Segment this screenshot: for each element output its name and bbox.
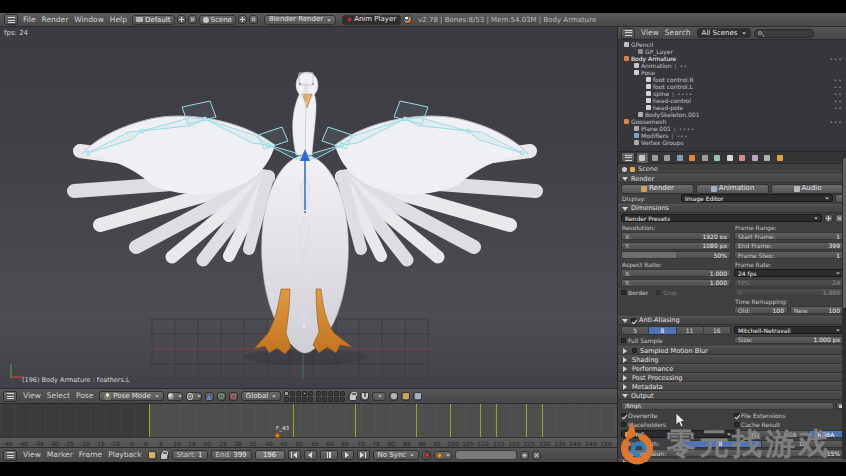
end-frame-field[interactable]: End Frame: 399: [734, 242, 844, 250]
menu-item[interactable]: Playback: [105, 449, 144, 461]
editor-type-button[interactable]: [621, 152, 635, 163]
jump-to-start-button[interactable]: [288, 450, 301, 460]
editor-type-button[interactable]: [3, 450, 17, 461]
layer-cell[interactable]: [302, 397, 307, 402]
display-dropdown[interactable]: Image Editor: [681, 194, 833, 202]
render-opengl-image-button[interactable]: [401, 392, 410, 401]
manipulator-translate-button[interactable]: [205, 392, 214, 401]
delete-keyframe-button[interactable]: [532, 451, 541, 460]
lock-to-scene-button[interactable]: [348, 392, 357, 401]
outliner-item[interactable]: Pose: [618, 69, 846, 76]
menu-item[interactable]: Help: [107, 14, 130, 26]
layer-cell[interactable]: [284, 391, 289, 396]
full-sample-checkbox[interactable]: [621, 338, 626, 343]
layer-cell[interactable]: [296, 397, 301, 402]
render-button[interactable]: Render: [621, 184, 694, 194]
render-audio-button[interactable]: Audio: [771, 184, 844, 194]
layer-cell[interactable]: [308, 397, 313, 402]
add-preset-button[interactable]: [824, 214, 833, 223]
collapsed-panel-header[interactable]: Performance: [618, 364, 846, 373]
aspect-x-field[interactable]: X: 1.000: [621, 269, 731, 277]
border-checkbox[interactable]: [621, 290, 626, 295]
active-keying-set-field[interactable]: [455, 450, 517, 460]
layer-cell[interactable]: [328, 391, 333, 396]
menu-item[interactable]: Marker: [44, 449, 76, 461]
menu-item[interactable]: Render: [39, 14, 72, 26]
outliner-item[interactable]: spine | •••• ••: [618, 90, 846, 97]
layer-cell[interactable]: [290, 391, 295, 396]
scrollbar-thumb[interactable]: [843, 158, 846, 308]
frame-step-field[interactable]: Frame Step: 1: [734, 251, 844, 259]
viewport-shading-dropdown[interactable]: [167, 392, 183, 401]
properties-tab[interactable]: [674, 153, 685, 163]
scene-selector[interactable]: Scene: [199, 15, 236, 25]
properties-tab[interactable]: [762, 153, 773, 163]
manipulator-rotate-button[interactable]: [217, 392, 226, 401]
overwrite-checkbox[interactable]: [621, 413, 626, 418]
render-opengl-anim-button[interactable]: [413, 392, 422, 401]
transform-orientation-dropdown[interactable]: Global: [241, 391, 281, 401]
properties-tab[interactable]: [724, 153, 735, 163]
dimensions-panel-header[interactable]: Dimensions: [618, 204, 846, 213]
properties-tab[interactable]: [737, 153, 748, 163]
layer-cell[interactable]: [308, 391, 313, 396]
collapsed-panel-header[interactable]: Metadata: [618, 382, 846, 391]
render-engine-dropdown[interactable]: Blender Render: [264, 15, 336, 25]
properties-tab[interactable]: [699, 153, 710, 163]
layer-cell[interactable]: [322, 391, 327, 396]
outliner-search-input[interactable]: [754, 29, 814, 38]
output-path-field[interactable]: /tmp\: [621, 402, 834, 410]
remap-old-field[interactable]: Old: 100: [734, 306, 788, 314]
outliner-restrict-icons[interactable]: ••: [834, 77, 846, 83]
outliner-item[interactable]: Body Armature •••: [618, 55, 846, 62]
current-frame-field[interactable]: 196: [255, 450, 285, 460]
anti-aliasing-panel-header[interactable]: Anti-Aliasing: [618, 316, 846, 325]
outliner-item[interactable]: Plane.001 | ••••: [618, 125, 846, 132]
aa-filter-dropdown[interactable]: Mitchell-Netravali: [734, 326, 844, 334]
editor-type-button[interactable]: [621, 28, 635, 39]
properties-scrollbar[interactable]: [842, 154, 846, 460]
pause-button[interactable]: [320, 450, 338, 460]
menu-item[interactable]: Search: [662, 27, 694, 39]
resolution-percent-slider[interactable]: 50%: [621, 251, 731, 259]
resolution-y-field[interactable]: Y: 1080 px: [621, 242, 731, 250]
preview-range-button[interactable]: [148, 451, 157, 460]
properties-tab[interactable]: [649, 153, 660, 163]
aa-size-field[interactable]: Size: 1.000 px: [734, 336, 844, 344]
menu-item[interactable]: View: [20, 449, 44, 461]
menu-item[interactable]: View: [638, 27, 662, 39]
file-extensions-checkbox[interactable]: [734, 413, 739, 418]
delete-scene-button[interactable]: [249, 15, 258, 24]
output-panel-header[interactable]: Output: [618, 391, 846, 400]
fps-field[interactable]: FPS: 24: [734, 279, 844, 287]
fps-base-field[interactable]: /: 1.000: [734, 288, 844, 296]
auto-keyframe-button[interactable]: [422, 451, 431, 460]
collapsed-panel-header[interactable]: Shading: [618, 355, 846, 364]
outliner-item[interactable]: Modifiers | •••: [618, 132, 846, 139]
add-layout-button[interactable]: [177, 15, 186, 24]
snap-toggle-button[interactable]: [360, 392, 369, 401]
menu-item[interactable]: Pose: [73, 390, 96, 402]
menu-item[interactable]: View: [20, 390, 44, 402]
menu-item[interactable]: Frame: [76, 449, 105, 461]
previous-keyframe-button[interactable]: [304, 450, 317, 460]
keying-set-dropdown[interactable]: [434, 451, 452, 460]
render-panel-header[interactable]: Render: [618, 174, 846, 183]
crop-checkbox[interactable]: [656, 290, 661, 295]
outliner-restrict-icons[interactable]: ••: [834, 91, 846, 97]
delete-layout-button[interactable]: [188, 15, 197, 24]
properties-tab[interactable]: [774, 153, 785, 163]
remap-new-field[interactable]: New: 100: [790, 306, 844, 314]
aa-samples-11[interactable]: 11: [677, 327, 704, 334]
outliner-display-mode-dropdown[interactable]: All Scenes: [697, 28, 751, 38]
outliner-item[interactable]: BodySkeleton.001: [618, 111, 846, 118]
3d-viewport[interactable]: fps: 24 (196) Body Armature : feathers.L: [0, 27, 617, 388]
editor-type-button[interactable]: [3, 391, 17, 402]
menu-item[interactable]: Select: [44, 390, 73, 402]
start-frame-field[interactable]: Start Frame: 1: [734, 232, 844, 240]
layer-cell[interactable]: [328, 397, 333, 402]
add-scene-button[interactable]: [238, 15, 247, 24]
timeline-ruler[interactable]: -45-40-35-30-25-20-15-10-505101520253035…: [0, 437, 617, 447]
aspect-y-field[interactable]: Y: 1.000: [621, 279, 731, 287]
layer-cell[interactable]: [334, 397, 339, 402]
